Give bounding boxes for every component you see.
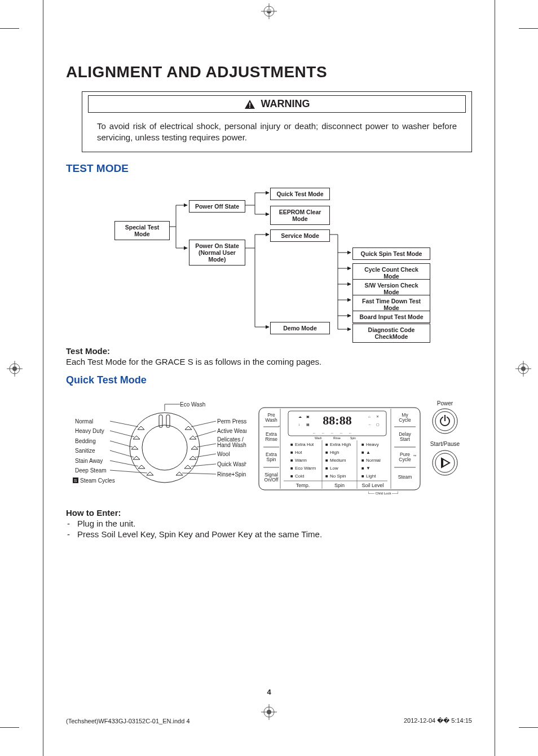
- svg-text:Spin: Spin: [334, 483, 345, 488]
- svg-text:Light: Light: [366, 474, 376, 479]
- page-title: ALIGNMENT AND ADJUSTMENTS: [66, 63, 472, 81]
- svg-text:Start/Pause: Start/Pause: [430, 441, 460, 447]
- svg-text:⎵: ⎵: [349, 431, 351, 434]
- svg-text:Eco Warm: Eco Warm: [295, 466, 316, 471]
- test-mode-subtext: Each Test Mode for the GRACE S is as fol…: [66, 357, 472, 366]
- svg-text:⎵: ⎵: [322, 431, 324, 434]
- how-to-enter-steps: -Plug in the unit. -Press Soil Level Key…: [66, 519, 472, 539]
- svg-text:Medium: Medium: [330, 458, 346, 463]
- svg-text:✕: ✕: [376, 415, 379, 418]
- svg-text:Power: Power: [437, 400, 453, 406]
- svg-text:Cycle: Cycle: [399, 457, 411, 462]
- svg-text:High: High: [330, 450, 339, 455]
- svg-text:Wash: Wash: [315, 436, 322, 440]
- svg-point-162: [433, 450, 457, 475]
- svg-point-7: [12, 366, 17, 371]
- svg-text:Sanitize: Sanitize: [75, 448, 95, 454]
- svg-line-55: [182, 473, 216, 474]
- svg-text:Rinse: Rinse: [265, 436, 277, 442]
- svg-text:■: ■: [290, 450, 293, 455]
- svg-text:Extra High: Extra High: [330, 442, 351, 447]
- svg-text:Active Wear: Active Wear: [217, 428, 246, 434]
- svg-text:↕: ↕: [298, 423, 300, 426]
- svg-text:Cycle: Cycle: [399, 417, 411, 423]
- how-to-enter-heading: How to Enter:: [66, 508, 472, 518]
- svg-line-42: [110, 421, 138, 427]
- svg-text:■: ■: [361, 442, 364, 447]
- svg-text:Perm Press: Perm Press: [217, 418, 246, 425]
- svg-text:⎵: ⎵: [313, 431, 315, 434]
- node-power-off: Power Off State: [189, 200, 245, 213]
- node-service: Service Mode: [270, 229, 330, 242]
- quick-test-heading: Quick Test Mode: [66, 374, 472, 386]
- svg-text:■: ■: [361, 466, 364, 471]
- svg-text:▢: ▢: [376, 423, 380, 426]
- svg-text:⎵: ⎵: [340, 431, 342, 434]
- svg-text:←: ←: [368, 423, 372, 426]
- test-mode-subheading: Test Mode:: [66, 346, 472, 356]
- svg-text:☁: ☁: [298, 415, 302, 418]
- svg-line-43: [110, 431, 134, 437]
- svg-text:Extra Hot: Extra Hot: [295, 442, 314, 447]
- svg-text:Rinse+Spin: Rinse+Spin: [217, 471, 246, 478]
- svg-text:Low: Low: [330, 466, 338, 471]
- svg-text:Wash: Wash: [265, 417, 277, 423]
- svg-text:▣: ▣: [306, 415, 310, 418]
- control-panel-figure: PreWash ExtraRinse ExtraSpin SignalOn/Of…: [257, 394, 471, 501]
- svg-text:88:88: 88:88: [323, 413, 351, 427]
- node-eeprom: EEPROM ClearMode: [270, 206, 330, 225]
- warning-icon: !: [244, 99, 255, 109]
- svg-text:└── Child Lock ──┘: └── Child Lock ──┘: [367, 491, 399, 495]
- svg-text:Normal: Normal: [366, 458, 381, 463]
- node-diag: Diagnostic CodeCheckMode: [352, 324, 430, 343]
- svg-text:■: ■: [325, 450, 328, 455]
- svg-point-11: [521, 366, 526, 371]
- svg-text:Heavy Duty: Heavy Duty: [75, 428, 104, 434]
- svg-text:Quick Wash: Quick Wash: [217, 461, 246, 467]
- svg-line-53: [195, 454, 216, 457]
- svg-text:Hand Wash: Hand Wash: [217, 442, 246, 448]
- svg-text:No Spin: No Spin: [330, 474, 346, 479]
- svg-text:Stain Away: Stain Away: [75, 458, 103, 464]
- warning-label: WARNING: [261, 98, 310, 110]
- svg-text:■: ■: [290, 466, 293, 471]
- svg-text:Wool: Wool: [217, 451, 230, 457]
- svg-text:■: ■: [290, 474, 293, 479]
- svg-point-39: [142, 425, 187, 470]
- svg-text:■: ■: [290, 442, 293, 447]
- node-demo: Demo Mode: [270, 322, 330, 334]
- svg-text:■: ■: [325, 458, 328, 463]
- svg-text:Temp.: Temp.: [296, 483, 310, 488]
- svg-text:Hot: Hot: [295, 450, 302, 455]
- warning-box: ! WARNING To avoid risk of electrical sh…: [82, 91, 472, 152]
- svg-text:Heavy: Heavy: [366, 442, 379, 447]
- svg-text:⎵: ⎵: [331, 431, 333, 434]
- node-board-input: Board Input Test Mode: [352, 311, 430, 323]
- svg-text:■: ■: [325, 474, 328, 479]
- svg-text:Steam Cycles: Steam Cycles: [80, 478, 115, 484]
- svg-text:Cold: Cold: [295, 474, 304, 479]
- svg-text:Start: Start: [400, 436, 411, 442]
- svg-text:Spin: Spin: [350, 436, 356, 440]
- svg-text:Eco Wash: Eco Wash: [180, 401, 205, 408]
- svg-text:■: ■: [325, 466, 328, 471]
- svg-text:▦: ▦: [306, 423, 310, 426]
- svg-text:Bedding: Bedding: [75, 438, 96, 444]
- svg-text:S: S: [74, 478, 77, 483]
- svg-text:■: ■: [361, 474, 364, 479]
- svg-line-46: [110, 461, 138, 466]
- node-power-on: Power On State(Normal User Mode): [189, 240, 245, 266]
- svg-text:Deep Steam: Deep Steam: [75, 467, 107, 474]
- svg-line-50: [191, 421, 216, 427]
- svg-text:▲: ▲: [366, 450, 371, 455]
- warning-header: ! WARNING: [88, 95, 466, 113]
- node-quick-spin: Quick Spin Test Mode: [352, 247, 430, 260]
- svg-text:Spin: Spin: [266, 457, 276, 462]
- svg-line-44: [110, 441, 133, 447]
- node-special: Special Test Mode: [114, 221, 170, 240]
- svg-line-47: [110, 470, 147, 473]
- svg-text:■: ■: [325, 442, 328, 447]
- svg-text:™: ™: [413, 454, 416, 458]
- svg-text:▼: ▼: [366, 466, 371, 471]
- svg-text:On/Off: On/Off: [264, 477, 279, 483]
